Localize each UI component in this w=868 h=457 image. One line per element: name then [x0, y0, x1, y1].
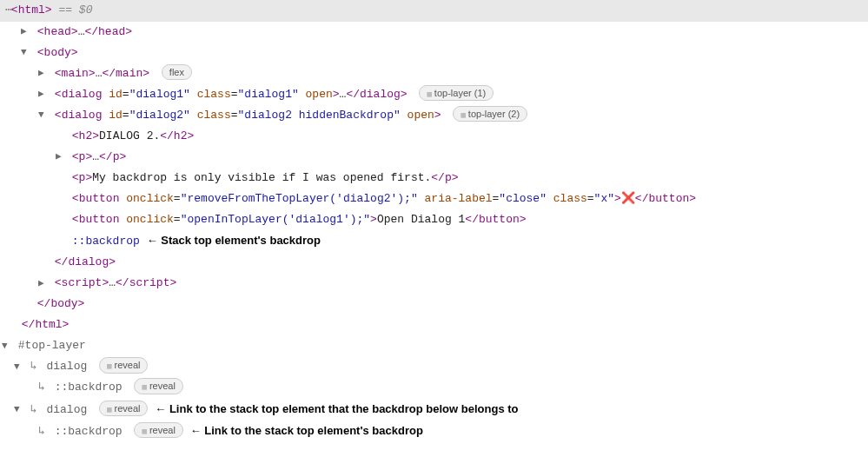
reveal-icon: ▦: [142, 382, 146, 391]
h2-text: DIALOG 2.: [99, 129, 160, 142]
annotation-link-element: ← Link to the stack top element that the…: [155, 402, 518, 415]
disclosure-triangle-icon[interactable]: [2, 337, 11, 354]
badge-top-layer-1[interactable]: ▦top-layer (1): [419, 85, 494, 102]
tag-open: <head>: [37, 25, 78, 38]
badge-top-layer-2[interactable]: ▦top-layer (2): [453, 106, 527, 123]
hook-icon: ↳: [38, 425, 45, 438]
guide-dots: ⋯: [5, 3, 11, 17]
pseudo-backdrop: ::backdrop: [72, 235, 140, 248]
disclosure-triangle-icon[interactable]: [38, 275, 48, 292]
p2-text: My backdrop is only visible if I was ope…: [92, 171, 431, 184]
devtools-elements-panel: ⋯<html> == $0 <head>…</head> <body> <mai…: [0, 0, 868, 449]
element-row-script[interactable]: <script>…</script>: [0, 273, 868, 294]
top-layer-backdrop-2[interactable]: ↳ ::backdrop ▦reveal ← Link to the stack…: [0, 421, 868, 442]
reveal-icon: ▦: [461, 110, 465, 119]
top-layer-label: #top-layer: [18, 339, 86, 352]
top-layer-dialog-1[interactable]: ↳ dialog ▦reveal: [0, 356, 868, 377]
top-layer-header-row[interactable]: #top-layer: [0, 335, 868, 356]
disclosure-triangle-icon[interactable]: [14, 358, 23, 375]
annotation-link-backdrop: ← Link to the stack top element's backdr…: [190, 424, 423, 437]
tag-open: <main>: [55, 67, 96, 80]
top-layer-dialog-2[interactable]: ↳ dialog ▦reveal ← Link to the stack top…: [0, 399, 868, 421]
element-row-body-open[interactable]: <body>: [0, 43, 868, 63]
badge-reveal[interactable]: ▦reveal: [134, 422, 182, 439]
tag-html: <html>: [11, 3, 52, 17]
selected-element-line[interactable]: ⋯<html> == $0: [0, 0, 868, 22]
element-row-h2[interactable]: <h2>DIALOG 2.</h2>: [0, 126, 868, 147]
top-layer-item-name: ::backdrop: [55, 425, 123, 438]
reveal-icon: ▦: [107, 405, 111, 414]
reveal-icon: ▦: [427, 89, 431, 98]
tag-close: </head>: [84, 25, 132, 38]
disclosure-triangle-icon[interactable]: [38, 106, 48, 123]
equals-text: ==: [52, 3, 79, 17]
badge-reveal[interactable]: ▦reveal: [99, 357, 148, 374]
badge-flex[interactable]: flex: [162, 64, 192, 81]
badge-reveal[interactable]: ▦reveal: [99, 401, 148, 417]
element-row-dialog2-close[interactable]: </dialog>: [0, 252, 868, 273]
top-layer-item-name: dialog: [46, 360, 87, 373]
top-layer-item-name: ::backdrop: [55, 381, 123, 394]
top-layer-item-name: dialog: [46, 403, 87, 416]
element-row-main[interactable]: <main>…</main> flex: [0, 63, 868, 84]
element-row-p1[interactable]: <p>…</p>: [0, 147, 868, 168]
element-row-button-open[interactable]: <button onclick="openInTopLayer('dialog1…: [0, 209, 868, 230]
hook-icon: ↳: [30, 403, 37, 416]
disclosure-triangle-icon[interactable]: [21, 23, 30, 40]
disclosure-triangle-icon[interactable]: [38, 64, 48, 82]
element-row-body-close[interactable]: </body>: [0, 294, 868, 315]
disclosure-triangle-icon[interactable]: [38, 85, 48, 103]
close-x-icon: ❌: [621, 192, 635, 205]
badge-reveal[interactable]: ▦reveal: [134, 378, 182, 394]
element-row-dialog2-open[interactable]: <dialog id="dialog2" class="dialog2 hidd…: [0, 105, 868, 126]
element-row-dialog1[interactable]: <dialog id="dialog1" class="dialog1" ope…: [0, 84, 868, 105]
tag-close: </main>: [102, 67, 149, 80]
btn2-text: Open Dialog 1: [377, 213, 465, 226]
element-row-button-close[interactable]: <button onclick="removeFromTheTopLayer('…: [0, 189, 868, 209]
element-row-head[interactable]: <head>…</head>: [0, 22, 868, 43]
tag-body-open: <body>: [37, 46, 78, 59]
disclosure-triangle-icon[interactable]: [21, 43, 30, 61]
pseudo-backdrop-row[interactable]: ::backdrop ← Stack top element's backdro…: [0, 230, 868, 252]
reveal-icon: ▦: [142, 427, 146, 435]
element-row-p2[interactable]: <p>My backdrop is only visible if I was …: [0, 168, 868, 189]
element-row-html-close[interactable]: </html>: [0, 315, 868, 335]
reveal-icon: ▦: [107, 361, 111, 370]
top-layer-backdrop-1[interactable]: ↳ ::backdrop ▦reveal: [0, 377, 868, 398]
disclosure-triangle-icon[interactable]: [14, 401, 23, 418]
dollar0: $0: [79, 3, 93, 17]
disclosure-triangle-icon[interactable]: [56, 148, 65, 165]
hook-icon: ↳: [38, 381, 45, 394]
hook-icon: ↳: [30, 360, 37, 373]
annotation-stack-top: ← Stack top element's backdrop: [147, 234, 321, 247]
